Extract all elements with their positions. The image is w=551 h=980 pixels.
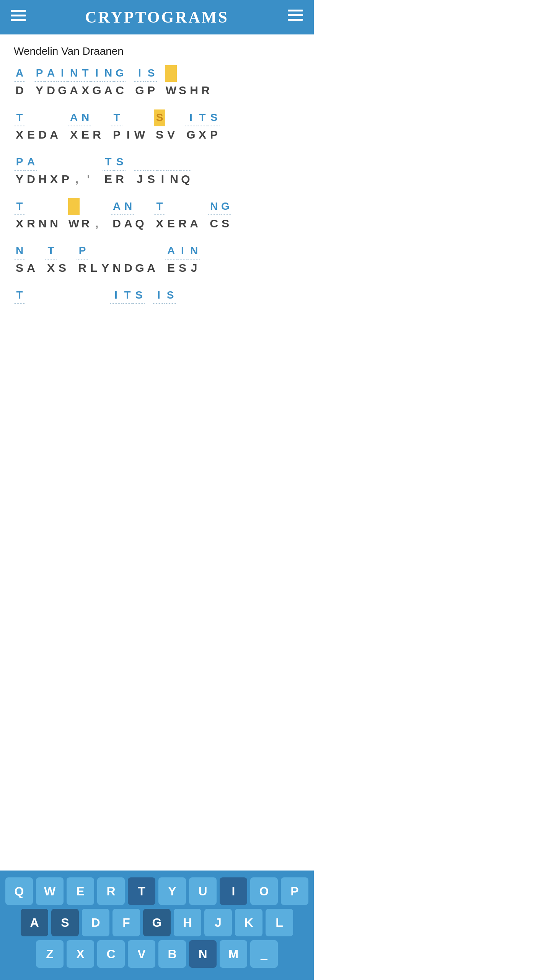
decoded-letter[interactable]: T xyxy=(14,109,25,126)
word-pair: T X R N N xyxy=(14,198,60,232)
decoded-letter[interactable]: I xyxy=(91,65,103,82)
decoded-letter[interactable]: S xyxy=(145,65,157,82)
decoded-letter[interactable] xyxy=(180,154,191,171)
decoded-letter[interactable]: I xyxy=(185,109,197,126)
word-pair: N G C S xyxy=(208,198,231,232)
decoded-letter[interactable]: I xyxy=(153,287,165,304)
decoded-letter[interactable]: A xyxy=(25,154,37,171)
encoded-letter: S xyxy=(145,171,157,188)
word-pair: J S I N Q xyxy=(134,154,191,188)
encoded-letter: E xyxy=(165,215,177,232)
encoded-letter: A xyxy=(145,260,157,276)
decoded-letter[interactable]: T xyxy=(197,109,208,126)
encoded-letter: E xyxy=(80,126,91,143)
encoded-letter: N xyxy=(48,215,60,232)
bars-icon[interactable] xyxy=(11,10,26,24)
menu-icon[interactable] xyxy=(288,10,303,25)
svg-rect-3 xyxy=(288,10,303,11)
encoded-letter: E xyxy=(165,260,177,276)
encoded-letter: A xyxy=(68,82,80,99)
decoded-line: N S A T X S P xyxy=(14,243,300,278)
decoded-letter[interactable]: G xyxy=(220,198,231,215)
word-pair: I S G P xyxy=(134,65,157,99)
decoded-letter[interactable]: T xyxy=(111,109,122,126)
encoded-letter: , xyxy=(71,171,83,188)
decoded-letter[interactable]: S xyxy=(133,287,145,304)
decoded-letter[interactable]: N xyxy=(80,109,91,126)
encoded-letter: D xyxy=(122,260,134,276)
decoded-letter[interactable]: P xyxy=(77,243,88,260)
word-pair: I T S xyxy=(110,287,145,311)
decoded-letter[interactable]: P xyxy=(14,154,25,171)
decoded-letter[interactable]: A xyxy=(45,65,57,82)
word-pair: A N X E R xyxy=(68,109,103,143)
encoded-letter: D xyxy=(14,82,25,99)
decoded-letter[interactable]: N xyxy=(14,243,25,260)
encoded-letter: R xyxy=(177,215,188,232)
decoded-letter[interactable]: T xyxy=(103,154,114,171)
decoded-letter[interactable]: A xyxy=(68,109,80,126)
decoded-letter[interactable]: G xyxy=(114,65,126,82)
word-pair: A D xyxy=(14,65,25,99)
decoded-letter[interactable]: P xyxy=(34,65,45,82)
encoded-letter: W xyxy=(134,126,145,143)
decoded-letter[interactable]: T xyxy=(122,287,133,304)
word-pair: I T S G X P xyxy=(185,109,220,143)
decoded-letter[interactable]: I xyxy=(57,65,68,82)
decoded-letter[interactable] xyxy=(168,154,180,171)
decoded-letter[interactable]: S xyxy=(114,154,126,171)
encoded-letter: R xyxy=(91,126,103,143)
encoded-letter: R xyxy=(25,215,37,232)
decoded-letter-highlighted[interactable]: S xyxy=(154,109,165,126)
encoded-letter: R xyxy=(114,171,126,188)
decoded-letter[interactable] xyxy=(145,154,157,171)
decoded-letter[interactable]: T xyxy=(14,198,25,215)
decoded-letter[interactable]: S xyxy=(165,287,176,304)
puzzle-line-group: T I T S xyxy=(14,287,300,312)
word-pair: T X E R A xyxy=(154,198,200,232)
decoded-letter[interactable]: N xyxy=(188,243,200,260)
decoded-letter[interactable]: I xyxy=(177,243,188,260)
encoded-letter: C xyxy=(114,82,126,99)
decoded-letter-highlighted[interactable] xyxy=(165,65,177,82)
encoded-letter: I xyxy=(122,126,134,143)
decoded-line: A D P A I N T I N G Y xyxy=(14,65,300,100)
decoded-letter[interactable]: T xyxy=(14,287,25,304)
encoded-letter: A xyxy=(25,260,37,276)
encoded-letter: D xyxy=(25,171,37,188)
decoded-letter[interactable]: N xyxy=(208,198,220,215)
encoded-letter: P xyxy=(208,126,220,143)
decoded-letter[interactable]: A xyxy=(111,198,122,215)
decoded-line: T X R N N W R , xyxy=(14,198,300,234)
decoded-letter[interactable]: S xyxy=(208,109,220,126)
decoded-letter[interactable]: T xyxy=(45,243,57,260)
encoded-letter: X xyxy=(14,215,25,232)
decoded-letter[interactable]: N xyxy=(103,65,114,82)
decoded-letter-highlighted[interactable] xyxy=(68,198,80,215)
decoded-letter[interactable] xyxy=(134,154,145,171)
word-pair: T S E R xyxy=(103,154,126,188)
encoded-letter: X xyxy=(14,126,25,143)
encoded-letter: Q xyxy=(134,215,145,232)
decoded-letter[interactable]: I xyxy=(110,287,122,304)
encoded-letter: S xyxy=(220,215,231,232)
encoded-letter: R xyxy=(200,82,211,99)
encoded-letter: D xyxy=(45,82,57,99)
decoded-letter[interactable]: I xyxy=(134,65,145,82)
decoded-letter[interactable]: A xyxy=(165,243,177,260)
decoded-letter[interactable]: N xyxy=(122,198,134,215)
encoded-letter: G xyxy=(91,82,103,99)
decoded-letter[interactable] xyxy=(157,154,168,171)
word-pair: I S xyxy=(153,287,176,311)
encoded-letter: E xyxy=(103,171,114,188)
decoded-letter[interactable]: T xyxy=(80,65,91,82)
decoded-letter[interactable]: N xyxy=(68,65,80,82)
encoded-letter: J xyxy=(188,260,200,276)
word-pair: P A Y D H X P , ' xyxy=(14,154,94,188)
puzzle-line-group: N S A T X S P xyxy=(14,243,300,278)
encoded-letter: W xyxy=(68,215,80,232)
decoded-letter[interactable]: T xyxy=(154,198,165,215)
decoded-letter[interactable]: A xyxy=(14,65,25,82)
app-title: Cryptograms xyxy=(85,8,228,26)
encoded-letter: X xyxy=(48,171,60,188)
